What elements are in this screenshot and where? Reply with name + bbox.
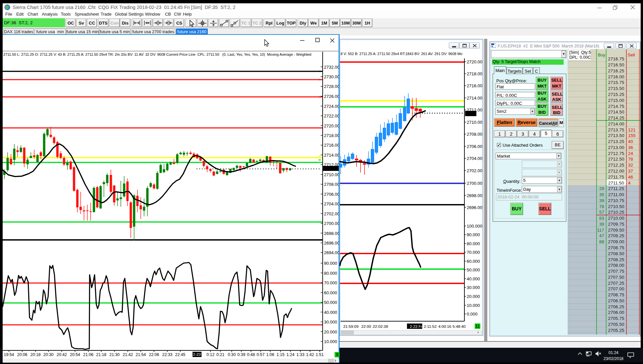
svg-text:70.000: 70.000: [467, 250, 480, 255]
svg-text:2720.00: 2720.00: [467, 59, 482, 64]
svg-text:2702.00: 2702.00: [324, 211, 339, 216]
svg-text:30.000: 30.000: [324, 320, 337, 325]
svg-text:2724.00: 2724.00: [324, 104, 339, 109]
svg-text:1:24: 1:24: [286, 352, 294, 357]
svg-text:90.000: 90.000: [324, 261, 337, 266]
svg-text:1:42: 1:42: [306, 352, 314, 357]
svg-text:40.000: 40.000: [467, 276, 480, 281]
svg-text:[Sim] Qty:5: [Sim] Qty:5: [569, 50, 591, 55]
svg-text:2704.00: 2704.00: [467, 156, 482, 161]
svg-text:0:12: 0:12: [206, 352, 214, 357]
svg-text:37: 37: [628, 169, 633, 174]
svg-text:22:45: 22:45: [175, 352, 186, 357]
svg-text:121: 121: [628, 127, 636, 132]
svg-text:2710.00: 2710.00: [324, 172, 339, 177]
svg-text:22:33: 22:33: [162, 352, 173, 357]
svg-text:100.000: 100.000: [467, 224, 482, 229]
svg-text:1:33: 1:33: [296, 352, 304, 357]
svg-text:22:00: 22:00: [361, 324, 371, 329]
svg-text:20.000: 20.000: [324, 329, 337, 334]
svg-text:32: 32: [628, 163, 633, 168]
svg-text:50.000: 50.000: [324, 300, 337, 305]
svg-text:2710.25: 2710.25: [608, 210, 624, 215]
svg-text:2706.25: 2706.25: [608, 304, 624, 309]
svg-text:2713.50: 2713.50: [608, 133, 624, 138]
svg-text:22:02:38: 22:02:38: [373, 324, 388, 329]
svg-text:20:06: 20:06: [17, 352, 28, 357]
svg-text:2706.50: 2706.50: [608, 298, 624, 303]
svg-text:21:42: 21:42: [123, 352, 133, 357]
svg-text:2708.00: 2708.00: [324, 182, 339, 187]
svg-text:2708.25: 2708.25: [608, 257, 624, 262]
svg-text:46: 46: [628, 175, 633, 180]
svg-text:2707.50: 2707.50: [608, 275, 624, 280]
svg-text:50.000: 50.000: [467, 267, 480, 272]
svg-text:22:06: 22:06: [149, 352, 159, 357]
svg-text:2-23 Fr: 2-23 Fr: [410, 325, 422, 328]
svg-text:90.000: 90.000: [467, 232, 480, 237]
svg-text:2732.00: 2732.00: [324, 65, 339, 70]
svg-text:4: 4: [628, 181, 631, 185]
svg-text:80.000: 80.000: [467, 241, 480, 246]
svg-text:2716.75: 2716.75: [608, 56, 624, 61]
svg-text:0:39: 0:39: [237, 352, 245, 357]
svg-text:2710.00: 2710.00: [608, 216, 624, 221]
svg-text:4:00:16: 4:00:16: [438, 324, 451, 329]
svg-text:2709.75: 2709.75: [608, 222, 624, 227]
svg-text:2709.50: 2709.50: [608, 228, 624, 233]
svg-text:2706.00: 2706.00: [608, 310, 624, 315]
svg-text:47: 47: [599, 233, 604, 238]
svg-text:2712.25: 2712.25: [608, 163, 624, 168]
svg-text:2713.00: 2713.00: [608, 145, 624, 150]
svg-text:2715.25: 2715.25: [608, 92, 624, 97]
svg-text:5:48:40: 5:48:40: [452, 324, 466, 329]
svg-text:57: 57: [599, 210, 604, 215]
svg-text:2707.75: 2707.75: [608, 269, 624, 274]
svg-text:2712.00: 2712.00: [608, 169, 624, 174]
svg-text:39: 39: [599, 222, 604, 227]
svg-text:2711.00: 2711.00: [608, 192, 624, 197]
svg-text:36: 36: [628, 145, 633, 150]
svg-text:2696.00: 2696.00: [324, 241, 339, 246]
svg-text:2712.50: 2712.50: [608, 157, 624, 162]
svg-text:2716.25: 2716.25: [608, 68, 624, 73]
svg-text:20:42: 20:42: [57, 352, 67, 357]
svg-text:2716.00: 2716.00: [467, 83, 482, 88]
svg-text:2713.75: 2713.75: [608, 127, 624, 132]
svg-text:21:59:09: 21:59:09: [343, 324, 359, 329]
svg-text:21:06: 21:06: [83, 352, 94, 357]
svg-text:60.000: 60.000: [467, 259, 480, 264]
svg-text:2714.00: 2714.00: [324, 153, 339, 158]
svg-text:0:57: 0:57: [257, 352, 265, 357]
svg-text:2705.25: 2705.25: [608, 328, 624, 333]
svg-text:40: 40: [628, 139, 633, 144]
svg-text:88: 88: [599, 239, 604, 244]
svg-text:2710.50: 2710.50: [608, 204, 624, 209]
svg-text:10.000: 10.000: [324, 339, 337, 344]
svg-text:2711.75: 2711.75: [608, 175, 624, 180]
svg-text:2718.00: 2718.00: [467, 71, 482, 76]
svg-text:2714.25: 2714.25: [608, 115, 624, 120]
svg-text:2708.75: 2708.75: [608, 245, 624, 250]
svg-text:2711.25: 2711.25: [608, 186, 624, 191]
svg-text:0:21: 0:21: [216, 352, 224, 357]
svg-text:2716.50: 2716.50: [608, 62, 624, 67]
svg-text:0:30: 0:30: [228, 352, 236, 357]
svg-text:2702.00: 2702.00: [467, 168, 482, 173]
svg-text:2706.00: 2706.00: [324, 192, 339, 197]
svg-text:21:18: 21:18: [96, 352, 107, 357]
svg-text:20.000: 20.000: [467, 294, 480, 299]
svg-text:10.000: 10.000: [467, 303, 480, 308]
svg-text:2700.00: 2700.00: [467, 181, 482, 186]
svg-text:155: 155: [628, 133, 636, 138]
svg-text:83: 83: [599, 216, 604, 221]
svg-text:2716.00: 2716.00: [608, 74, 624, 79]
svg-text:2705.50: 2705.50: [608, 322, 624, 327]
svg-text:DPL: 0.00C: DPL: 0.00C: [569, 55, 591, 60]
svg-text:2708.00: 2708.00: [467, 132, 482, 137]
svg-text:2712.75: 2712.75: [608, 151, 624, 156]
svg-text:0.000: 0.000: [467, 312, 478, 317]
svg-text:2710.00: 2710.00: [467, 120, 482, 125]
svg-text:2694.00: 2694.00: [324, 250, 339, 255]
svg-text:2705.75: 2705.75: [608, 316, 624, 321]
